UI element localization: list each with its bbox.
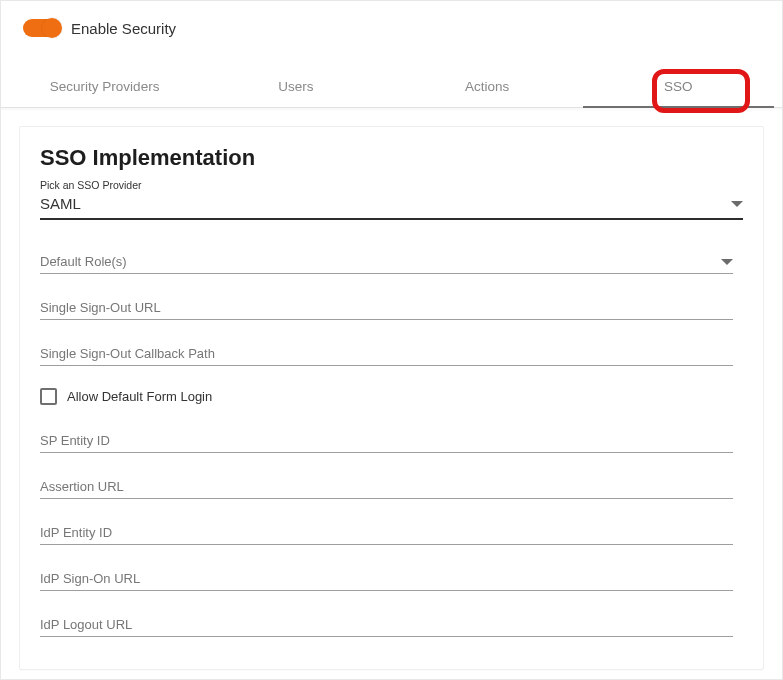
sign-out-callback-field[interactable]: Single Sign-Out Callback Path	[40, 332, 733, 366]
tab-label: Actions	[465, 79, 509, 94]
tab-actions[interactable]: Actions	[392, 65, 583, 107]
default-roles-field[interactable]: Default Role(s)	[40, 240, 733, 274]
sso-card: SSO Implementation Pick an SSO Provider …	[19, 126, 764, 670]
tab-sso[interactable]: SSO	[583, 65, 774, 107]
allow-form-login-checkbox[interactable]	[40, 388, 57, 405]
tab-security-providers[interactable]: Security Providers	[9, 65, 200, 107]
sso-provider-select[interactable]: SAML	[40, 191, 743, 220]
idp-signon-url-field[interactable]: IdP Sign-On URL	[40, 557, 733, 591]
form-scroll-area[interactable]: Default Role(s) Single Sign-Out URL Sing…	[40, 240, 743, 653]
tab-bar: Security Providers Users Actions SSO	[1, 65, 782, 108]
sso-provider-value: SAML	[40, 195, 81, 212]
idp-logout-url-field[interactable]: IdP Logout URL	[40, 603, 733, 637]
sign-out-url-field[interactable]: Single Sign-Out URL	[40, 286, 733, 320]
toggle-knob-icon	[42, 18, 62, 38]
tab-label: Users	[278, 79, 313, 94]
field-label: IdP Entity ID	[40, 525, 112, 540]
tab-label: Security Providers	[50, 79, 160, 94]
scroll-spacer	[40, 649, 733, 653]
field-label: Assertion URL	[40, 479, 124, 494]
field-label: Single Sign-Out Callback Path	[40, 346, 215, 361]
security-settings-panel: Enable Security Security Providers Users…	[0, 0, 783, 680]
enable-security-label: Enable Security	[71, 20, 176, 37]
chevron-down-icon	[721, 259, 733, 265]
enable-security-toggle[interactable]	[23, 19, 59, 37]
tab-users[interactable]: Users	[200, 65, 391, 107]
checkbox-label: Allow Default Form Login	[67, 389, 212, 404]
field-label: SP Entity ID	[40, 433, 110, 448]
field-label: Single Sign-Out URL	[40, 300, 161, 315]
idp-entity-id-field[interactable]: IdP Entity ID	[40, 511, 733, 545]
chevron-down-icon	[731, 201, 743, 207]
allow-form-login-row: Allow Default Form Login	[40, 378, 733, 419]
sso-provider-picker-label: Pick an SSO Provider	[40, 179, 743, 191]
field-label: IdP Sign-On URL	[40, 571, 140, 586]
field-label: IdP Logout URL	[40, 617, 132, 632]
card-title: SSO Implementation	[40, 145, 743, 171]
tab-label: SSO	[664, 79, 693, 94]
header-row: Enable Security	[1, 1, 782, 47]
field-label: Default Role(s)	[40, 254, 127, 269]
assertion-url-field[interactable]: Assertion URL	[40, 465, 733, 499]
sp-entity-id-field[interactable]: SP Entity ID	[40, 419, 733, 453]
